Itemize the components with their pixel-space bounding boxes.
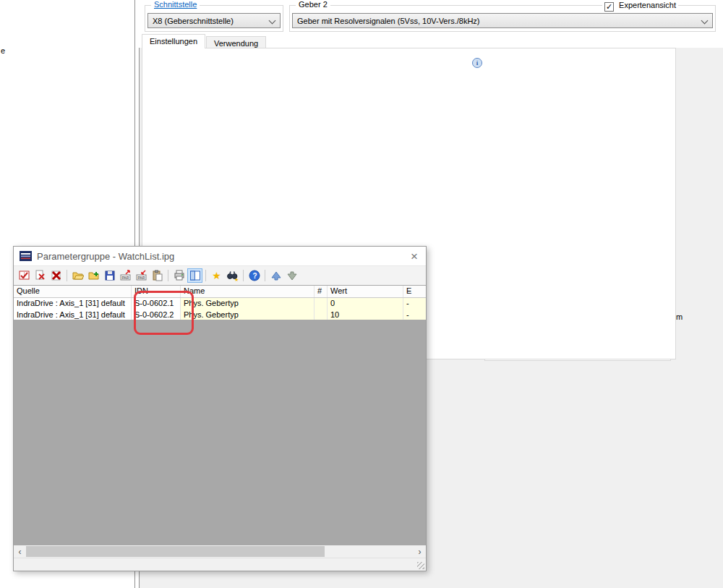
tab-einstellungen-label: Einstellungen (150, 37, 197, 46)
svg-text:?: ? (252, 272, 257, 280)
remove-parameter-icon[interactable] (33, 268, 48, 283)
toolbar-separator (265, 270, 265, 281)
tab-verwendung-label: Verwendung (214, 39, 258, 48)
remove-all-icon[interactable] (48, 268, 64, 283)
svg-text:PAR: PAR (137, 276, 145, 280)
table-row[interactable]: IndraDrive : Axis_1 [31] default S-0-060… (14, 298, 426, 310)
tab-einstellungen[interactable]: Einstellungen (142, 34, 205, 48)
cell-einheit[interactable]: - (403, 298, 426, 310)
column-header-idn[interactable]: IDN (132, 286, 181, 297)
apply-watchlist-icon[interactable] (17, 268, 32, 283)
watchlist-statusbar (14, 558, 426, 571)
cell-num[interactable] (315, 298, 328, 310)
toggle-columns-icon[interactable] (187, 268, 202, 283)
column-header-num[interactable]: # (315, 286, 328, 297)
print-icon[interactable] (171, 268, 187, 283)
cell-wert[interactable]: 0 (328, 298, 403, 310)
column-header-wert[interactable]: Wert (328, 286, 403, 297)
favorites-icon[interactable]: ★ (209, 268, 224, 283)
move-up-icon[interactable] (268, 268, 283, 283)
parameter-table: Quelle IDN Name # Wert E IndraDrive : Ax… (14, 285, 426, 321)
paste-icon[interactable] (150, 268, 165, 283)
resize-grip[interactable] (417, 562, 424, 569)
expert-view-checkbox[interactable]: ✓ (604, 2, 614, 12)
column-header-quelle[interactable]: Quelle (14, 286, 132, 297)
watchlist-empty-area (14, 320, 426, 545)
schnittstelle-link[interactable]: Schnittstelle (151, 0, 200, 9)
help-icon[interactable]: ? (247, 268, 262, 283)
toolbar-separator (243, 270, 244, 281)
save-file-icon[interactable] (102, 268, 117, 283)
chevron-down-icon (269, 17, 276, 25)
geber2-select-value: Geber mit Resolversignalen (5Vss, 10V-Ve… (297, 17, 480, 25)
scroll-right-icon[interactable]: › (414, 545, 426, 558)
scrollbar-thumb[interactable] (26, 546, 325, 557)
tab-verwendung[interactable]: Verwendung (206, 36, 266, 48)
check-icon: ✓ (606, 2, 612, 11)
cell-idn[interactable]: S-0-0602.1 (132, 298, 181, 310)
column-header-name[interactable]: Name (181, 286, 315, 297)
horizontal-scrollbar[interactable]: ‹ › (14, 545, 426, 558)
find-parameter-icon[interactable]: ★ (225, 268, 240, 283)
expert-view-label: Expertenansicht (619, 1, 676, 9)
expert-view-toggle[interactable]: ✓ Expertenansicht (602, 1, 678, 12)
toolbar-separator (168, 270, 168, 281)
move-down-icon[interactable] (284, 268, 299, 283)
geber2-select[interactable]: Geber mit Resolversignalen (5Vss, 10V-Ve… (292, 13, 713, 28)
watchlist-titlebar[interactable]: Parametergruppe - WatchList.ipg × (14, 247, 426, 265)
svg-text:★: ★ (234, 277, 239, 281)
chevron-down-icon (701, 17, 709, 25)
toolbar-separator (205, 270, 206, 281)
cell-name[interactable]: Phys. Gebertyp (181, 298, 315, 310)
schnittstelle-select-value: X8 (Geberschnittstelle) (153, 17, 234, 25)
export-par-icon[interactable]: PAR (118, 268, 133, 283)
left-panel-stray-text: e (1, 46, 5, 55)
column-header-einheit[interactable]: E (403, 286, 426, 297)
import-par-icon[interactable]: PAR (134, 268, 149, 283)
toolbar-separator (67, 270, 67, 281)
rexroth-app-icon (20, 251, 32, 261)
cell-quelle[interactable]: IndraDrive : Axis_1 [31] default (14, 298, 132, 310)
add-file-icon[interactable] (86, 268, 101, 283)
info-icon[interactable]: i (472, 58, 482, 68)
watchlist-title: Parametergruppe - WatchList.ipg (37, 251, 174, 262)
geber2-label: Geber 2 (296, 0, 330, 9)
watchlist-window[interactable]: Parametergruppe - WatchList.ipg × PAR PA… (13, 246, 427, 571)
watchlist-toolbar: PAR PAR ★ ★ ? (14, 265, 426, 286)
open-file-icon[interactable] (70, 268, 85, 283)
close-icon[interactable]: × (408, 250, 420, 263)
schnittstelle-select[interactable]: X8 (Geberschnittstelle) (147, 13, 281, 28)
scroll-left-icon[interactable]: ‹ (14, 545, 26, 558)
star-icon: ★ (212, 270, 221, 281)
svg-text:PAR: PAR (121, 276, 129, 280)
parameter-table-header[interactable]: Quelle IDN Name # Wert E (14, 285, 426, 298)
